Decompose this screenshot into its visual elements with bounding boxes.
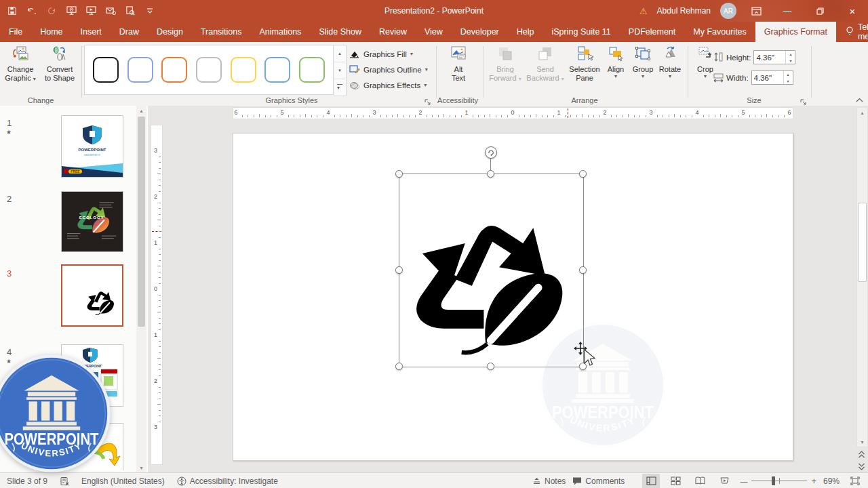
zoom-slider-thumb[interactable] [772, 476, 775, 485]
slide-sorter-view-button[interactable] [667, 474, 684, 488]
start-slideshow-current-icon[interactable] [85, 5, 96, 16]
account-name[interactable]: Abdul Rehman [657, 6, 711, 16]
graphics-styles-gallery[interactable] [84, 45, 334, 95]
resize-handle-n[interactable] [487, 170, 494, 178]
zoom-slider-track[interactable] [751, 474, 807, 488]
accessibility-status[interactable]: Accessibility: Investigate [177, 476, 278, 486]
close-button[interactable]: × [841, 0, 864, 22]
reading-view-button[interactable] [691, 474, 709, 488]
gallery-more-button[interactable]: ▾ [334, 79, 346, 96]
size-dialog-launcher-icon[interactable] [800, 96, 808, 104]
graphics-fill-button[interactable]: Graphics Fill ▾ [349, 47, 433, 61]
convert-to-shape-button[interactable]: Convert to Shape [41, 45, 79, 83]
minimize-button[interactable]: — [776, 0, 799, 22]
resize-handle-s[interactable] [487, 363, 494, 370]
slide-2-thumbnail[interactable]: ECOLOGY [61, 191, 123, 252]
proofing-status-icon[interactable] [60, 476, 69, 486]
fit-slide-to-window-button[interactable] [846, 474, 864, 488]
width-spin-up[interactable]: ▴ [784, 71, 793, 78]
graphics-effects-button[interactable]: Graphics Effects ▾ [349, 78, 433, 92]
height-input[interactable] [754, 51, 785, 64]
tab-ispring-suite-11[interactable]: iSpring Suite 11 [543, 22, 620, 42]
tab-design[interactable]: Design [148, 22, 192, 42]
tab-insert[interactable]: Insert [72, 22, 111, 42]
width-spin-down[interactable]: ▾ [784, 78, 793, 85]
tab-pdfelement[interactable]: PDFelement [620, 22, 684, 42]
graphics-style-swatch-4[interactable] [196, 57, 222, 83]
tab-home[interactable]: Home [31, 22, 71, 42]
redo-icon[interactable] [46, 5, 57, 16]
tab-review[interactable]: Review [370, 22, 416, 42]
tell-me-box[interactable]: Tell me [837, 22, 868, 41]
selection-bounding-box[interactable] [399, 174, 584, 367]
slide-editing-surface[interactable]: POWERPOINT UNIVERSITY [233, 133, 793, 461]
print-preview-icon[interactable] [125, 5, 136, 16]
tab-slide-show[interactable]: Slide Show [310, 22, 370, 42]
gallery-scroll-down[interactable]: ▾ [334, 62, 346, 79]
horizontal-ruler[interactable]: 6543210123456 [233, 107, 793, 119]
tab-draw[interactable]: Draw [111, 22, 148, 42]
restore-button[interactable] [808, 0, 831, 22]
thumbnail-scrollbar[interactable]: ▲ ▼ [136, 106, 146, 472]
start-slideshow-beginning-icon[interactable] [66, 5, 77, 16]
resize-handle-e[interactable] [579, 266, 587, 274]
height-spin-down[interactable]: ▾ [786, 58, 795, 64]
customize-qat-icon[interactable] [144, 5, 155, 16]
graphics-style-swatch-3[interactable] [161, 57, 187, 83]
thumbnail-scroll-down-icon[interactable]: ▼ [136, 463, 146, 472]
rotation-handle[interactable] [485, 146, 497, 159]
ribbon-display-options-icon[interactable] [746, 0, 766, 22]
canvas-scrollbar-thumb[interactable] [858, 203, 867, 282]
width-input[interactable] [752, 71, 783, 84]
alt-text-button[interactable]: Alt Text [441, 45, 476, 83]
collapse-ribbon-icon[interactable] [853, 95, 865, 104]
language-indicator[interactable]: English (United States) [81, 476, 165, 486]
slideshow-view-button[interactable] [715, 474, 733, 488]
next-slide-button[interactable] [856, 461, 867, 472]
tab-help[interactable]: Help [508, 22, 543, 42]
resize-handle-sw[interactable] [395, 363, 403, 370]
tab-file[interactable]: File [0, 22, 31, 42]
save-icon[interactable] [7, 5, 18, 16]
graphics-outline-button[interactable]: Graphics Outline ▾ [349, 62, 433, 77]
resize-handle-w[interactable] [395, 266, 403, 274]
vertical-ruler[interactable]: 3210123 [151, 125, 163, 465]
avatar[interactable]: AR [720, 3, 736, 19]
tab-graphics-format[interactable]: Graphics Format [755, 22, 836, 42]
send-backward-button[interactable]: Send Backward ▾ [526, 45, 564, 83]
tab-animations[interactable]: Animations [251, 22, 311, 42]
warning-icon[interactable]: ⚠ [639, 6, 648, 16]
tab-developer[interactable]: Developer [452, 22, 508, 42]
zoom-out-button[interactable]: — [740, 477, 747, 485]
comments-toggle[interactable]: Comments [572, 476, 625, 486]
zoom-in-button[interactable]: + [811, 476, 816, 486]
graphics-style-swatch-1[interactable] [93, 57, 119, 83]
graphics-style-swatch-6[interactable] [264, 57, 290, 83]
zoom-level[interactable]: 69% [823, 476, 840, 486]
undo-icon[interactable] [26, 5, 37, 16]
slide-indicator[interactable]: Slide 3 of 9 [7, 476, 47, 486]
slide-1-thumbnail[interactable]: POWERPOINT UNIVERSITY FREE [61, 115, 123, 178]
gallery-scroll-up[interactable]: ▴ [334, 45, 346, 62]
selection-pane-button[interactable]: Selection Pane [567, 45, 602, 83]
thumbnail-scrollbar-thumb[interactable] [138, 117, 145, 327]
slide-3-thumbnail[interactable] [61, 264, 123, 327]
tab-transitions[interactable]: Transitions [192, 22, 251, 42]
normal-view-button[interactable] [642, 474, 660, 488]
thumbnail-scroll-up-icon[interactable]: ▲ [136, 106, 146, 115]
canvas-vertical-scrollbar[interactable]: ▲ ▼ [856, 107, 868, 447]
resize-handle-nw[interactable] [395, 170, 403, 178]
align-button[interactable]: Align ▾ [604, 45, 628, 79]
share-email-icon[interactable] [105, 5, 116, 16]
group-button[interactable]: Group ▾ [629, 45, 656, 79]
change-graphic-button[interactable]: Change Graphic ▾ [3, 45, 38, 83]
canvas-scroll-down-icon[interactable]: ▼ [857, 437, 867, 447]
graphics-style-swatch-2[interactable] [127, 57, 153, 83]
canvas-scroll-up-icon[interactable]: ▲ [857, 108, 867, 117]
notes-toggle[interactable]: Notes [532, 476, 566, 486]
rotate-button[interactable]: Rotate ▾ [656, 45, 684, 79]
tab-my-favourites[interactable]: My Favourites [684, 22, 755, 42]
previous-slide-button[interactable] [856, 449, 867, 460]
bring-forward-button[interactable]: Bring Forward ▾ [487, 45, 524, 83]
height-spin-up[interactable]: ▴ [786, 51, 795, 58]
